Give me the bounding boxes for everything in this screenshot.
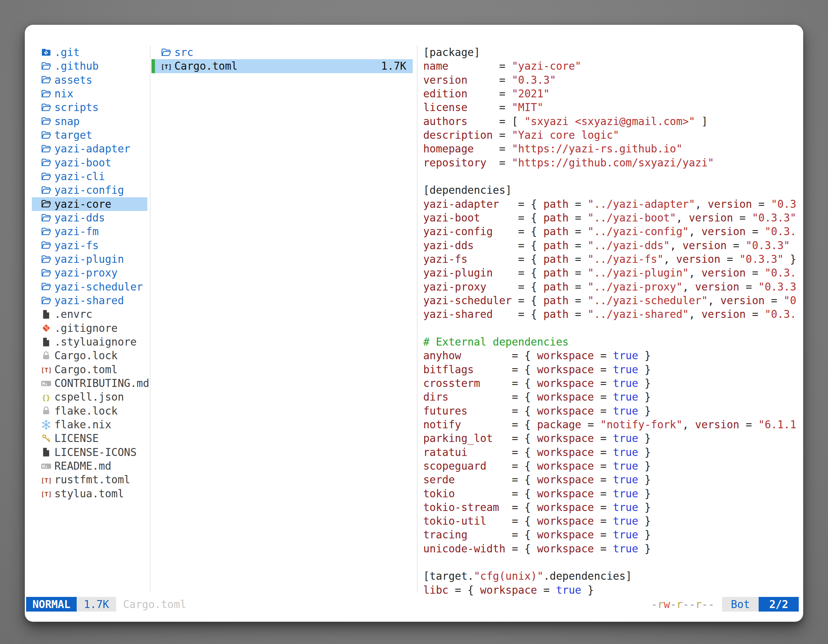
preview-line: yazi-config = { path = "../yazi-config",… [423,225,803,238]
code-token: = [594,405,613,417]
code-token: , [695,198,708,210]
file-label: .gitignore [55,322,118,334]
code-token: = [746,225,765,238]
parent-item[interactable]: yazi-plugin [32,252,147,266]
parent-item[interactable]: snap [32,114,147,128]
file-label: yazi-scheduler [55,280,143,293]
parent-item[interactable]: yazi-core [32,197,147,211]
folder-open-icon [41,295,52,306]
parent-item[interactable]: nix [32,87,147,100]
current-pane[interactable]: src[T]Cargo.toml1.7K [152,45,413,73]
parent-item[interactable]: yazi-proxy [32,266,147,280]
parent-item[interactable]: yazi-config [32,183,147,197]
parent-item[interactable]: yazi-cli [32,169,147,183]
code-token: workspace [537,391,594,403]
parent-item[interactable]: flake.nix [32,418,147,431]
preview-line: anyhow = { workspace = true } [423,349,803,362]
file-label: CONTRIBUTING.md [55,377,149,389]
code-token: } [638,501,651,514]
code-token: } [638,364,651,376]
code-token: authors [423,115,499,128]
parent-item[interactable]: {}cspell.json [32,390,147,404]
code-token: "../yazi-config" [588,225,689,238]
code-token: true [613,501,638,514]
svg-text:[T]: [T] [161,63,172,70]
current-item[interactable]: src [152,45,413,59]
file-label: yazi-adapter [55,143,130,155]
code-token: = { [518,294,543,307]
preview-line [423,321,803,335]
parent-item[interactable]: [T]Cargo.toml [32,363,147,376]
preview-line: bitflags = { workspace = true } [423,363,803,376]
parent-item[interactable]: M↓README.md [32,459,147,473]
parent-item[interactable]: .git [32,45,147,59]
file-label: .envrc [55,308,92,320]
parent-item[interactable]: LICENSE [32,431,147,445]
code-token: description [423,129,499,141]
parent-item[interactable]: [T]rustfmt.toml [32,473,147,486]
code-token: [package] [423,46,480,58]
code-token: = [569,198,588,210]
current-item[interactable]: [T]Cargo.toml1.7K [152,59,413,73]
folder-open-icon [161,47,171,58]
parent-item[interactable]: .envrc [32,307,147,321]
code-token: true [613,349,638,362]
preview-line: parking_lot = { workspace = true } [423,431,803,445]
code-token: = { [518,308,543,320]
parent-item[interactable]: assets [32,73,147,87]
file-label: target [55,129,92,141]
license-key-icon [41,433,52,444]
code-token: "sxyazi <sxyazi@gmail.com>" [524,115,695,128]
parent-item[interactable]: M↓CONTRIBUTING.md [32,376,147,390]
parent-item[interactable]: .styluaignore [32,335,147,349]
preview-line: repository = "https://github.com/sxyazi/… [423,156,803,169]
code-token: ] [695,115,708,128]
code-token: "https://github.com/sxyazi/yazi" [512,157,714,169]
code-token: , [688,266,701,279]
parent-item[interactable]: yazi-boot [32,156,147,169]
code-token: path [544,266,569,279]
parent-item[interactable]: scripts [32,100,147,114]
code-token: futures [423,405,512,417]
code-token: [dependencies] [423,184,512,196]
permission-char: r [657,598,664,611]
preview-line: tokio = { workspace = true } [423,487,803,500]
code-token: workspace [537,473,594,486]
code-token: "../yazi-scheduler" [588,294,708,307]
parent-item[interactable]: yazi-fm [32,225,147,238]
code-token: workspace [537,515,594,527]
parent-item[interactable]: yazi-fs [32,239,147,252]
parent-item[interactable]: .gitignore [32,321,147,335]
toml-icon: [T] [161,61,171,72]
parent-item[interactable]: yazi-shared [32,294,147,307]
code-token: path [544,225,569,238]
parent-item[interactable]: .github [32,59,147,73]
code-token: version [689,212,733,224]
parent-item[interactable]: LICENSE-ICONS [32,445,147,459]
parent-item[interactable]: Cargo.lock [32,349,147,362]
code-token: true [613,405,638,417]
code-token: = { [518,198,543,210]
plain-file-icon [41,447,52,458]
yazi-window: .git.githubassetsnixscriptssnaptargetyaz… [25,25,803,622]
code-token: true [613,446,638,459]
file-label: cspell.json [55,391,124,403]
preview-pane[interactable]: [package]name = "yazi-core"version = "0.… [423,45,803,597]
code-token: } [638,487,651,500]
code-token: = { [512,460,537,472]
code-token: version [720,294,765,307]
code-token: true [613,528,638,541]
parent-item[interactable]: yazi-dds [32,211,147,225]
code-token: tokio-util [423,515,512,527]
parent-item[interactable]: yazi-adapter [32,142,147,155]
code-token: = [537,584,556,596]
parent-item[interactable]: yazi-scheduler [32,280,147,294]
code-token: [target. [423,570,474,582]
code-token: "https://yazi-rs.github.io" [512,143,682,155]
code-token: true [613,515,638,527]
parent-item[interactable]: target [32,128,147,142]
parent-item[interactable]: [T]stylua.toml [32,487,147,500]
parent-item[interactable]: flake.lock [32,404,147,418]
parent-pane[interactable]: .git.githubassetsnixscriptssnaptargetyaz… [32,45,147,500]
code-token: } [638,528,651,541]
